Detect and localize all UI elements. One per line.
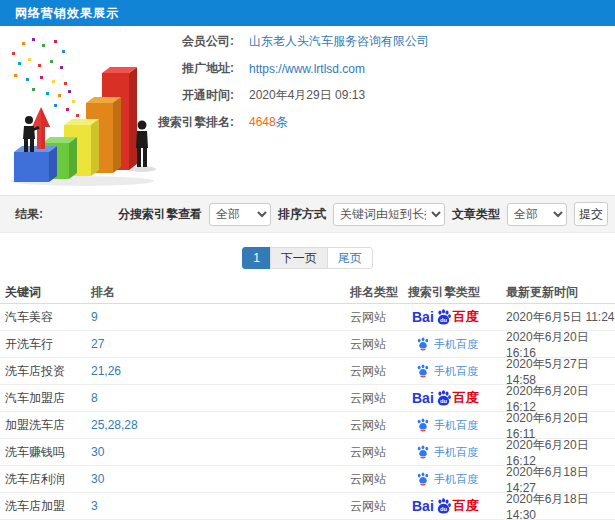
table-row: 洗车店投资 21,26 云网站 手机百度 2020年5月27日 14:58: [0, 358, 615, 385]
submit-button[interactable]: 提交: [574, 202, 608, 226]
promo-url-label: 推广地址:: [120, 60, 234, 77]
mobile-baidu-text: 手机百度: [434, 472, 478, 487]
engine-rank-value: 4648条: [249, 114, 288, 131]
cell-engine: 手机百度: [408, 418, 506, 433]
table-row: 汽车美容 9 云网站 Bai du 百度 2020年6月5日 11:24: [0, 304, 615, 331]
info-row-url: 推广地址: https://www.lrtlsd.com: [120, 55, 429, 82]
svg-text:du: du: [440, 317, 447, 323]
engine-rank-label: 搜索引擎排名:: [120, 114, 234, 131]
mobile-baidu-paw-icon: [416, 472, 430, 486]
baidu-mobile-logo: 手机百度: [408, 472, 478, 487]
cell-rank-type: 云网站: [350, 309, 408, 326]
baidu-pc-logo: Bai du 百度: [408, 389, 479, 407]
mobile-baidu-paw-icon: [416, 337, 430, 351]
mobile-baidu-paw-icon: [416, 418, 430, 432]
cell-keyword: 洗车店投资: [0, 363, 91, 380]
filter-controls: 分搜索引擎查看 全部 排序方式 关键词由短到长排序 文章类型 全部 提交: [118, 202, 608, 226]
svg-text:du: du: [440, 398, 447, 404]
results-table: 关键词 排名 排名类型 搜索引擎类型 最新更新时间 汽车美容 9 云网站 Bai…: [0, 282, 615, 520]
mobile-baidu-paw-icon: [416, 364, 430, 378]
baidu-logo-cn-text: 百度: [453, 308, 479, 326]
cell-engine: 手机百度: [408, 445, 506, 460]
filter-bar: 结果: 分搜索引擎查看 全部 排序方式 关键词由短到长排序 文章类型 全部 提交: [0, 195, 615, 233]
cell-keyword: 洗车店加盟: [0, 498, 91, 515]
page-1-button[interactable]: 1: [242, 247, 271, 269]
table-header: 关键词 排名 排名类型 搜索引擎类型 最新更新时间: [0, 282, 615, 304]
mobile-baidu-text: 手机百度: [434, 445, 478, 460]
info-row-company: 会员公司: 山东老人头汽车服务咨询有限公司: [120, 28, 429, 55]
info-section: 会员公司: 山东老人头汽车服务咨询有限公司 推广地址: https://www.…: [0, 26, 615, 195]
cell-engine: 手机百度: [408, 472, 506, 487]
member-info: 会员公司: 山东老人头汽车服务咨询有限公司 推广地址: https://www.…: [120, 28, 429, 136]
baidu-pc-logo: Bai du 百度: [408, 497, 479, 515]
cell-rank-type: 云网站: [350, 498, 408, 515]
mobile-baidu-text: 手机百度: [434, 418, 478, 433]
mobile-baidu-text: 手机百度: [434, 337, 478, 352]
baidu-logo-bai-text: Bai: [412, 309, 434, 325]
cell-rank[interactable]: 27: [91, 337, 104, 351]
table-row: 加盟洗车店 25,28,28 云网站 手机百度 2020年6月20日 16:11: [0, 412, 615, 439]
rank-unit: 条: [276, 115, 288, 129]
baidu-paw-icon: du: [435, 498, 452, 515]
baidu-logo-cn-text: 百度: [453, 389, 479, 407]
cell-engine: Bai du 百度: [408, 497, 506, 515]
promo-url-link[interactable]: https://www.lrtlsd.com: [249, 62, 365, 76]
article-type-select[interactable]: 全部: [507, 203, 567, 226]
cell-engine: 手机百度: [408, 364, 506, 379]
cell-rank[interactable]: 25,28,28: [91, 418, 138, 432]
baidu-mobile-logo: 手机百度: [408, 445, 478, 460]
company-label: 会员公司:: [120, 33, 234, 50]
cell-keyword: 汽车加盟店: [0, 390, 91, 407]
cell-keyword: 加盟洗车店: [0, 417, 91, 434]
baidu-logo-cn-text: 百度: [453, 497, 479, 515]
baidu-logo-bai-text: Bai: [412, 390, 434, 406]
next-page-button[interactable]: 下一页: [270, 247, 328, 269]
baidu-logo-bai-text: Bai: [412, 498, 434, 514]
cell-keyword: 洗车店利润: [0, 471, 91, 488]
table-row: 开洗车行 27 云网站 手机百度 2020年6月20日 16:16: [0, 331, 615, 358]
open-time-value: 2020年4月29日 09:13: [249, 87, 365, 104]
cell-updated: 2020年6月5日 11:24: [506, 309, 615, 326]
cell-keyword: 开洗车行: [0, 336, 91, 353]
cell-rank[interactable]: 30: [91, 472, 104, 486]
cell-engine: Bai du 百度: [408, 308, 506, 326]
col-engine-type: 搜索引擎类型: [408, 284, 506, 301]
baidu-paw-icon: du: [435, 390, 452, 407]
cell-rank[interactable]: 30: [91, 445, 104, 459]
cell-rank-type: 云网站: [350, 336, 408, 353]
bar-blue: [14, 146, 57, 182]
table-row: 洗车赚钱吗 30 云网站 手机百度 2020年6月20日 16:12: [0, 439, 615, 466]
result-label: 结果:: [15, 206, 43, 223]
page-title: 网络营销效果展示: [15, 5, 119, 22]
cell-engine: 手机百度: [408, 337, 506, 352]
table-row: 汽车加盟店 8 云网站 Bai du 百度 2020年6月20日 16:12: [0, 385, 615, 412]
col-rank: 排名: [91, 284, 350, 301]
engine-filter-select[interactable]: 全部: [209, 203, 271, 226]
baidu-mobile-logo: 手机百度: [408, 337, 478, 352]
cell-keyword: 汽车美容: [0, 309, 91, 326]
info-row-open-time: 开通时间: 2020年4月29日 09:13: [120, 82, 429, 109]
open-time-label: 开通时间:: [120, 87, 234, 104]
cell-rank-type: 云网站: [350, 471, 408, 488]
cell-rank-type: 云网站: [350, 417, 408, 434]
pagination: 1 下一页 尾页: [242, 247, 373, 269]
col-updated: 最新更新时间: [506, 284, 615, 301]
cell-rank[interactable]: 21,26: [91, 364, 121, 378]
sort-filter-select[interactable]: 关键词由短到长排序: [333, 203, 445, 226]
table-body: 汽车美容 9 云网站 Bai du 百度 2020年6月5日 11:24 开洗车…: [0, 304, 615, 520]
baidu-pc-logo: Bai du 百度: [408, 308, 479, 326]
cell-rank-type: 云网站: [350, 390, 408, 407]
sort-filter-label: 排序方式: [278, 206, 326, 223]
table-row: 洗车店加盟 3 云网站 Bai du 百度 2020年6月18日 14:30: [0, 493, 615, 520]
col-keyword: 关键词: [0, 284, 91, 301]
svg-text:du: du: [440, 506, 447, 512]
baidu-mobile-logo: 手机百度: [408, 418, 478, 433]
last-page-button[interactable]: 尾页: [327, 247, 373, 269]
baidu-paw-icon: du: [435, 309, 452, 326]
cell-rank[interactable]: 3: [91, 499, 98, 513]
company-link[interactable]: 山东老人头汽车服务咨询有限公司: [249, 33, 429, 50]
cell-rank[interactable]: 8: [91, 391, 98, 405]
cell-rank[interactable]: 9: [91, 310, 98, 324]
col-rank-type: 排名类型: [350, 284, 408, 301]
mobile-baidu-text: 手机百度: [434, 364, 478, 379]
